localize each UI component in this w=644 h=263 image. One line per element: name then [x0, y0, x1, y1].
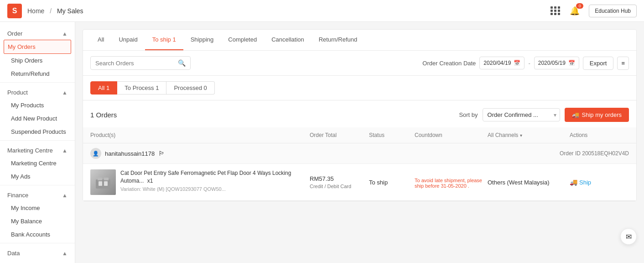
- sidebar-item-my-balance[interactable]: My Balance: [0, 215, 75, 228]
- ship-action-link[interactable]: 🚚 Ship: [570, 179, 629, 186]
- sidebar-section-finance: Finance ▲ My Income My Balance Bank Acco…: [0, 187, 75, 241]
- svg-rect-1: [98, 178, 102, 180]
- tab-shipping[interactable]: Shipping: [183, 30, 221, 50]
- tab-unpaid[interactable]: Unpaid: [111, 30, 145, 50]
- notification-badge: 0: [576, 3, 583, 9]
- avatar: 👤: [90, 148, 101, 159]
- countdown-cell: To avoid late shipment, please ship befo…: [415, 176, 488, 189]
- sidebar-section-data: Data ▲ Business Insights New: [0, 245, 75, 263]
- sidebar-item-marketing-centre[interactable]: Marketing Centre: [0, 157, 75, 170]
- status-badge: To ship: [369, 179, 415, 186]
- sidebar-item-my-income[interactable]: My Income: [0, 201, 75, 215]
- grid-icon[interactable]: [551, 6, 561, 15]
- sidebar-section-product-header: Product ▲: [0, 84, 75, 99]
- svg-rect-4: [104, 181, 108, 186]
- search-icon: 🔍: [178, 59, 186, 67]
- education-hub-button[interactable]: Education Hub: [589, 5, 637, 17]
- date-to-input[interactable]: 2020/05/19 📅: [534, 57, 579, 69]
- col-status: Status: [369, 132, 415, 138]
- notification-button[interactable]: 🔔 0: [568, 4, 582, 18]
- sidebar-item-business-insights[interactable]: Business Insights New: [0, 259, 75, 263]
- orders-table: Product(s) Order Total Status Countdown …: [83, 127, 636, 201]
- sidebar-item-bank-accounts[interactable]: Bank Accounts: [0, 228, 75, 241]
- sort-wrapper[interactable]: Order Confirmed ... Order Date Latest Up…: [483, 108, 560, 121]
- chevron-up-icon: ▲: [62, 31, 68, 37]
- ship-my-orders-button[interactable]: 🚚 Ship my orders: [565, 108, 629, 122]
- product-details: Cat Door Pet Entry Safe Ferromagnetic Pe…: [120, 169, 310, 192]
- topnav: S Home / My Sales 🔔 0 Education Hub: [0, 0, 644, 22]
- svg-rect-0: [96, 179, 110, 189]
- sidebar-divider-2: [0, 140, 75, 141]
- filter-menu-button[interactable]: ≡: [617, 57, 629, 70]
- sidebar-section-marketing: Marketing Centre ▲ Marketing Centre My A…: [0, 142, 75, 183]
- subtab-all[interactable]: All 1: [90, 81, 117, 95]
- date-filter: Order Creation Date 2020/04/19 📅 - 2020/…: [422, 57, 629, 70]
- table-row: Cat Door Pet Entry Safe Ferromagnetic Pe…: [83, 164, 636, 201]
- tab-to-ship[interactable]: To ship 1: [145, 30, 183, 50]
- sidebar-section-order-header: Order ▲: [0, 26, 75, 40]
- svg-rect-3: [99, 181, 102, 186]
- actions-cell: 🚚 Ship: [570, 179, 629, 186]
- user-info: 👤 hanitahussain1178 🏳: [90, 148, 165, 159]
- sidebar-item-my-orders[interactable]: My Orders: [4, 40, 71, 54]
- col-products: Product(s): [90, 132, 310, 138]
- sidebar-item-my-products[interactable]: My Products: [0, 99, 75, 112]
- sidebar: Order ▲ My Orders Ship Orders Return/Ref…: [0, 22, 75, 263]
- orders-content-box: All Unpaid To ship 1 Shipping Completed …: [83, 29, 637, 201]
- sidebar-item-my-ads[interactable]: My Ads: [0, 170, 75, 183]
- product-thumbnail: [90, 169, 116, 195]
- sidebar-divider-4: [0, 243, 75, 243]
- table-header: Product(s) Order Total Status Countdown …: [83, 127, 636, 143]
- flag-icon: 🏳: [158, 150, 165, 157]
- sidebar-item-return-refund[interactable]: Return/Refund: [0, 67, 75, 80]
- search-input[interactable]: [95, 60, 175, 67]
- col-order-total: Order Total: [310, 132, 369, 138]
- breadcrumb: Home / My Sales: [26, 7, 85, 15]
- orders-header: 1 Orders Sort by Order Confirmed ... Ord…: [83, 100, 636, 127]
- export-button[interactable]: Export: [583, 57, 614, 70]
- col-actions: Actions: [570, 132, 629, 138]
- sidebar-item-add-new-product[interactable]: Add New Product: [0, 112, 75, 125]
- topnav-right: 🔔 0 Education Hub: [551, 4, 637, 18]
- product-image: [90, 169, 116, 195]
- topnav-left: S Home / My Sales: [7, 4, 85, 18]
- channel-cell: Others (West Malaysia): [488, 179, 570, 186]
- search-box[interactable]: 🔍: [90, 56, 191, 70]
- sidebar-section-product: Product ▲ My Products Add New Product Su…: [0, 84, 75, 138]
- date-from-input[interactable]: 2020/04/19 📅: [479, 57, 525, 69]
- chevron-down-icon: ▾: [520, 133, 522, 138]
- calendar-icon: 📅: [514, 60, 520, 66]
- chevron-up-icon-finance: ▲: [62, 192, 68, 199]
- sort-area: Sort by Order Confirmed ... Order Date L…: [459, 108, 629, 122]
- subtab-to-process[interactable]: To Process 1: [117, 81, 166, 95]
- sidebar-section-marketing-header: Marketing Centre ▲: [0, 142, 75, 157]
- sidebar-section-finance-header: Finance ▲: [0, 187, 75, 201]
- sidebar-item-suspended-products[interactable]: Suspended Products: [0, 125, 75, 138]
- tab-return-refund[interactable]: Return/Refund: [312, 30, 365, 50]
- ship-icon: 🚚: [572, 111, 579, 118]
- tab-all[interactable]: All: [90, 30, 111, 50]
- sidebar-section-data-header: Data ▲: [0, 245, 75, 259]
- sidebar-divider-3: [0, 185, 75, 185]
- subtabs: All 1 To Process 1 Processed 0: [83, 76, 636, 100]
- ship-truck-icon: 🚚: [570, 179, 577, 186]
- tab-cancellation[interactable]: Cancellation: [264, 30, 312, 50]
- chevron-up-icon-data: ▲: [62, 250, 68, 257]
- svg-rect-2: [104, 178, 109, 180]
- sidebar-item-ship-orders[interactable]: Ship Orders: [0, 54, 75, 67]
- sidebar-section-order: Order ▲ My Orders Ship Orders Return/Ref…: [0, 26, 75, 80]
- col-channels[interactable]: All Channels ▾: [488, 132, 570, 138]
- chat-fab-button[interactable]: ✉: [620, 228, 637, 245]
- sort-select[interactable]: Order Confirmed ... Order Date Latest Up…: [483, 108, 560, 121]
- filter-area: 🔍 Order Creation Date 2020/04/19 📅 - 202…: [83, 51, 636, 76]
- order-user-row: 👤 hanitahussain1178 🏳 Order ID 200518EQH…: [83, 143, 636, 164]
- shopee-logo: S: [7, 4, 22, 18]
- col-countdown: Countdown: [415, 132, 488, 138]
- main-content: All Unpaid To ship 1 Shipping Completed …: [75, 22, 644, 263]
- username[interactable]: hanitahussain1178: [105, 150, 155, 157]
- status-cell: To ship: [369, 179, 415, 186]
- tabs-bar: All Unpaid To ship 1 Shipping Completed …: [83, 30, 636, 51]
- tab-completed[interactable]: Completed: [221, 30, 264, 50]
- subtab-processed[interactable]: Processed 0: [166, 81, 214, 95]
- channel-name: Others (West Malaysia): [488, 179, 570, 186]
